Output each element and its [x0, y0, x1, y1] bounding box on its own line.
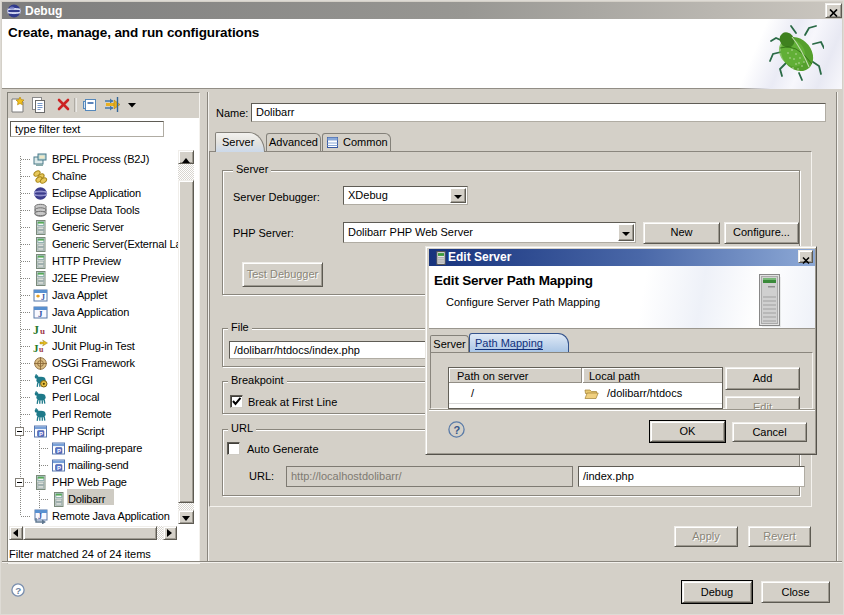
svg-text:u: u: [39, 345, 44, 354]
svg-text:?: ?: [454, 424, 461, 436]
svg-text:J: J: [38, 309, 43, 319]
svg-text:?: ?: [15, 585, 21, 596]
svg-text:P: P: [57, 465, 61, 471]
svg-text:P: P: [57, 448, 61, 454]
svg-text:J: J: [33, 323, 39, 337]
svg-text:J: J: [38, 512, 42, 521]
svg-text:P: P: [39, 431, 43, 437]
svg-text:J: J: [41, 293, 45, 302]
svg-text:u: u: [40, 326, 45, 336]
